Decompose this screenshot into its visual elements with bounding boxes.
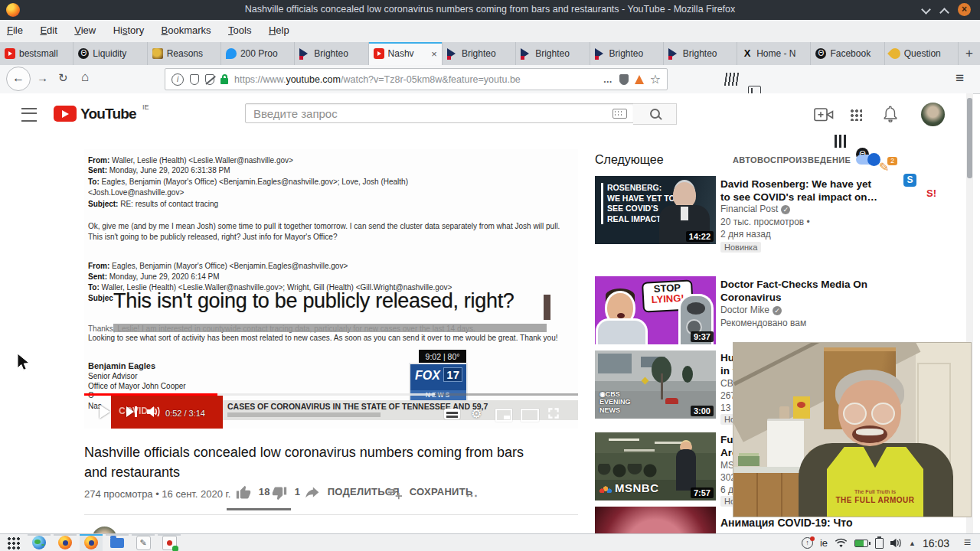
tab-brighteon-4[interactable]: Brighteo (590, 42, 664, 65)
sidebar-thumbnail[interactable]: STOPLYING! 9:37 (595, 276, 716, 344)
tab-close-icon[interactable]: × (431, 48, 437, 60)
menu-help[interactable]: Help (269, 20, 289, 36)
sidebar-video-title[interactable]: to see COVID's real impact on… (720, 191, 895, 204)
tab-question[interactable]: Question (885, 42, 959, 65)
page-actions-icon[interactable]: … (603, 74, 613, 85)
maximize-button[interactable] (940, 6, 948, 14)
page-info-icon[interactable]: i (172, 73, 184, 86)
tab-brighteon-1[interactable]: Brighteo (295, 42, 368, 65)
volume-tray-icon[interactable] (890, 538, 902, 548)
taskbar-firefox-window-1[interactable] (54, 534, 77, 551)
taskbar-file-manager[interactable] (106, 534, 129, 551)
bookmark-star-icon[interactable]: ☆ (650, 72, 661, 86)
tab-reasons[interactable]: Reasons (148, 42, 221, 65)
taskbar-firefox-window-2[interactable] (80, 534, 103, 551)
sidebar-video-title[interactable]: Coronavirus (720, 291, 895, 304)
back-button[interactable]: ← (6, 67, 31, 91)
guide-hamburger-icon[interactable] (21, 108, 37, 122)
library-icon[interactable] (724, 73, 739, 86)
tab-liquidity[interactable]: ΘLiquidity (74, 42, 147, 65)
menu-view[interactable]: View (74, 20, 96, 36)
vlc-cone-icon[interactable] (635, 75, 644, 84)
home-button[interactable]: ⌂ (81, 70, 89, 85)
next-button[interactable] (126, 406, 138, 429)
sidebar-thumbnail[interactable]: MSNBC 7:57 (595, 432, 716, 500)
pencil-extension-icon[interactable]: ✎2 (879, 161, 892, 174)
youtube-logo-icon[interactable] (54, 106, 77, 122)
miniplayer-icon[interactable] (495, 409, 512, 422)
url-text[interactable]: https://www.youtube.com/watch?v=Tz8r-05k… (234, 74, 597, 85)
sidebar-video-title[interactable]: Анимация COVID-19: Что (720, 517, 895, 530)
clipboard-icon[interactable] (875, 538, 884, 549)
taskbar-screen-recorder[interactable] (158, 534, 181, 551)
wifi-icon[interactable] (835, 538, 848, 548)
close-button[interactable]: × (958, 3, 971, 16)
tab-facebook[interactable]: ΘFacebook (811, 42, 884, 65)
volume-icon[interactable] (147, 406, 161, 417)
url-bar[interactable]: i https://www.youtube.com/watch?v=Tz8r-0… (165, 68, 668, 90)
firefox-menu-icon[interactable]: ≡ (956, 70, 964, 86)
menu-file[interactable]: File (7, 20, 23, 36)
keyboard-layout-indicator[interactable]: ie (820, 537, 828, 549)
updates-icon[interactable]: ↑ (802, 537, 813, 549)
tab-brighteon-3[interactable]: Brighteo (516, 42, 590, 65)
dislike-button[interactable]: 1 (272, 485, 300, 500)
sidebar-thumbnail[interactable] (595, 507, 716, 533)
video-player[interactable]: From: Waller, Leslie (Health) <Leslie.Wa… (84, 149, 578, 429)
theater-mode-icon[interactable] (521, 409, 539, 422)
autoplay-toggle[interactable] (856, 155, 879, 165)
account-avatar[interactable] (921, 103, 945, 126)
tray-expand-icon[interactable]: ▲ (909, 540, 916, 547)
forward-button[interactable]: → (37, 71, 48, 84)
menu-edit[interactable]: Edit (40, 20, 57, 36)
taskbar-editor-window[interactable]: ✎ (132, 534, 155, 551)
like-button[interactable]: 18 (236, 485, 270, 500)
search-input[interactable] (245, 103, 634, 123)
fullscreen-icon[interactable] (547, 406, 560, 420)
reload-button[interactable]: ↻ (58, 71, 68, 85)
settings-gear-icon[interactable]: ⚙ (471, 408, 482, 429)
sidebar-thumbnail[interactable]: ROSENBERG:WE HAVE YET TOSEE COVID'SREAL … (595, 176, 716, 244)
pocket-icon[interactable] (619, 74, 629, 85)
tab-200proof[interactable]: 200 Proo (221, 42, 295, 65)
tab-bestsmall[interactable]: bestsmall (0, 42, 74, 65)
play-button[interactable] (100, 405, 110, 428)
tally-extension-icon[interactable] (835, 135, 848, 148)
save-button[interactable]: СОХРАНИТЬ (387, 485, 473, 500)
youtube-apps-icon[interactable] (850, 109, 862, 121)
tracking-protection-icon[interactable] (190, 74, 199, 85)
tab-nashville-active[interactable]: Nashv× (369, 42, 443, 65)
menu-history[interactable]: History (113, 20, 144, 36)
battery-icon[interactable] (854, 540, 868, 547)
scrollbar-thumb[interactable] (967, 98, 972, 178)
new-tab-button[interactable]: + (959, 42, 980, 65)
taskbar-browser-window[interactable] (28, 534, 51, 551)
minimize-button[interactable] (922, 6, 929, 14)
menu-bookmarks[interactable]: Bookmarks (162, 20, 211, 36)
tab-brighteon-5[interactable]: Brighteo (664, 42, 737, 65)
progress-bar[interactable] (84, 393, 578, 396)
share-button[interactable]: ПОДЕЛИТЬСЯ (305, 485, 400, 500)
more-actions-button[interactable]: ⋯ (466, 488, 478, 503)
blue-s-extension-icon[interactable]: S (903, 174, 916, 187)
keyboard-icon[interactable] (612, 109, 627, 119)
notifications-bell-icon[interactable] (882, 105, 899, 123)
tab-brighteon-2[interactable]: Brighteo (443, 42, 516, 65)
create-video-icon[interactable] (814, 108, 834, 122)
red-s-extension-icon[interactable]: S! (926, 187, 939, 200)
captions-icon[interactable] (444, 409, 460, 419)
channel-name[interactable]: Doctor Mike✓ (720, 305, 782, 315)
clock[interactable]: 16:03 (923, 537, 949, 549)
taskbar-menu-icon[interactable]: ≡ (964, 536, 971, 549)
sidebar-thumbnail[interactable]: ◉CBSEVENINGNEWS 3:00 (595, 350, 716, 419)
sidebar-video-title[interactable]: Doctor Fact-Checks Media On (720, 278, 895, 291)
channel-name[interactable]: MS (720, 460, 734, 471)
content-blocking-icon[interactable] (205, 74, 214, 85)
youtube-wordmark[interactable]: YouTube (80, 106, 136, 122)
menu-tools[interactable]: Tools (228, 20, 251, 36)
tab-home[interactable]: XHome - N (737, 42, 811, 65)
channel-name[interactable]: Financial Post✓ (720, 204, 790, 214)
app-launcher-button[interactable] (2, 534, 24, 551)
search-button[interactable] (633, 103, 677, 125)
sidebar-video-title[interactable]: David Rosenberg: We have yet (720, 178, 895, 191)
